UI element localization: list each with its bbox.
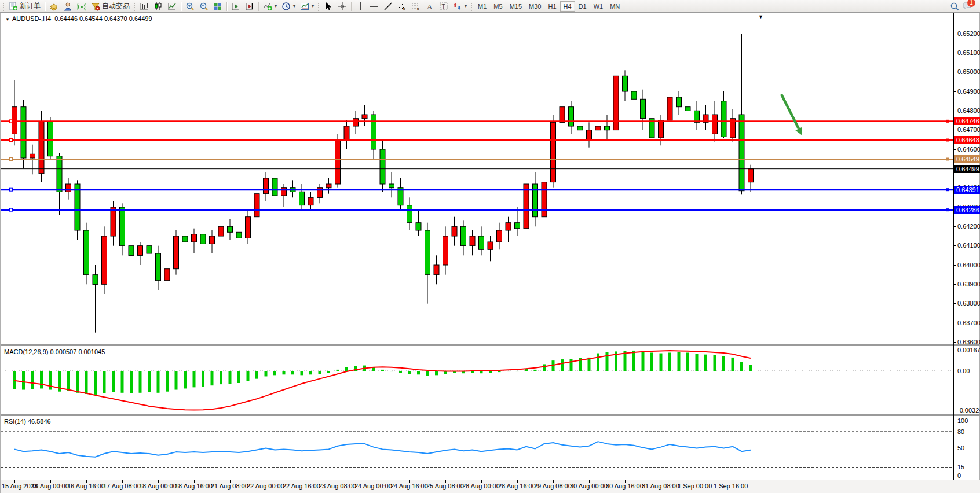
candle-body bbox=[461, 226, 466, 245]
candle-body bbox=[659, 120, 664, 138]
candle-body bbox=[75, 184, 80, 230]
macd-histogram-bar bbox=[588, 358, 591, 371]
navigator-button[interactable] bbox=[61, 1, 75, 12]
timeframe-d1-button[interactable]: D1 bbox=[575, 1, 590, 12]
indicators-button[interactable]: ▾ bbox=[261, 1, 279, 12]
time-axis[interactable]: 15 Aug 202316 Aug 00:0016 Aug 16:0017 Au… bbox=[1, 480, 980, 493]
timeframe-h4-button[interactable]: H4 bbox=[560, 1, 575, 12]
notifications-button[interactable]: 1 bbox=[963, 1, 973, 12]
text-label-icon: T bbox=[439, 2, 448, 11]
macd-histogram-bar bbox=[686, 353, 689, 371]
vertical-line-button[interactable] bbox=[353, 1, 367, 12]
new-order-button[interactable]: 新订单 bbox=[6, 1, 43, 12]
horizontal-line-button[interactable] bbox=[367, 1, 381, 12]
cursor-button[interactable] bbox=[321, 1, 335, 12]
fibonacci-button[interactable]: F bbox=[409, 1, 423, 12]
timeframe-m5-button[interactable]: M5 bbox=[490, 1, 506, 12]
timeframe-mn-button[interactable]: MN bbox=[606, 1, 623, 12]
text-button[interactable]: A bbox=[423, 1, 437, 12]
toolbar-drag-handle[interactable] bbox=[133, 2, 136, 11]
new-order-label: 新订单 bbox=[20, 1, 41, 11]
market-watch-icon bbox=[49, 2, 58, 11]
price-axis-tick-label: 0.65200 bbox=[957, 30, 980, 38]
macd-histogram-bar bbox=[606, 352, 609, 371]
search-icon[interactable] bbox=[950, 2, 959, 11]
candlestick-chart-button[interactable] bbox=[151, 1, 165, 12]
candle-body bbox=[613, 76, 619, 130]
chart-window[interactable]: ▼AUDUSD-,H4 0.64446 0.64544 0.64370 0.64… bbox=[0, 13, 980, 493]
notification-badge: 1 bbox=[967, 0, 975, 7]
main-chart-pane[interactable] bbox=[1, 13, 954, 344]
price-axis-tick bbox=[953, 53, 956, 53]
arrows-button[interactable]: ▾ bbox=[451, 1, 469, 12]
macd-histogram-bar bbox=[749, 365, 752, 371]
bar-chart-button[interactable] bbox=[137, 1, 151, 12]
macd-histogram-bar bbox=[327, 371, 330, 373]
macd-histogram-bar bbox=[516, 371, 519, 371]
auto-trading-button[interactable]: 自动交易 bbox=[89, 1, 132, 12]
candle-body bbox=[694, 111, 700, 122]
auto-scroll-button[interactable] bbox=[229, 1, 243, 12]
candle-body bbox=[299, 192, 305, 205]
price-level-badge: 0.64746 bbox=[954, 117, 980, 125]
macd-axis-label: 0.00 bbox=[957, 367, 980, 375]
candle-body bbox=[192, 234, 197, 242]
timeframe-w1-button[interactable]: W1 bbox=[590, 1, 607, 12]
crosshair-button[interactable] bbox=[335, 1, 349, 12]
candle-body bbox=[748, 169, 754, 182]
trendline-button[interactable] bbox=[381, 1, 395, 12]
toolbar-separator bbox=[45, 2, 45, 11]
signal-button[interactable] bbox=[75, 1, 89, 12]
candle-body bbox=[631, 91, 637, 99]
chart-shift-button[interactable] bbox=[243, 1, 257, 12]
timeframe-m15-button[interactable]: M15 bbox=[506, 1, 525, 12]
tile-windows-button[interactable] bbox=[211, 1, 225, 12]
candle-body bbox=[721, 101, 726, 137]
toolbar-drag-handle[interactable] bbox=[2, 2, 5, 11]
channel-button[interactable]: E bbox=[395, 1, 409, 12]
arrows-icon bbox=[453, 2, 462, 11]
price-level-badge: 0.64286 bbox=[954, 206, 980, 214]
market-watch-button[interactable] bbox=[47, 1, 61, 12]
text-label-button[interactable]: T bbox=[437, 1, 451, 12]
macd-histogram-bar bbox=[561, 359, 564, 371]
zoom-out-button[interactable] bbox=[197, 1, 211, 12]
candle-body bbox=[236, 232, 242, 238]
chart-title-collapse-icon[interactable]: ▼ bbox=[5, 17, 10, 22]
timeframe-m30-button[interactable]: M30 bbox=[525, 1, 544, 12]
macd-pane[interactable] bbox=[1, 346, 954, 414]
macd-histogram-bar bbox=[714, 355, 716, 371]
time-axis-label: 23 Aug 08:00 bbox=[319, 483, 356, 490]
horizontal-line-icon bbox=[370, 2, 379, 11]
timeframe-m1-button[interactable]: M1 bbox=[474, 1, 490, 12]
macd-axis-label: 0.001673 bbox=[957, 347, 980, 354]
macd-histogram-bar bbox=[417, 371, 420, 374]
toolbar-separator bbox=[258, 2, 259, 11]
price-axis-tick bbox=[953, 284, 956, 285]
toolbar-drag-handle[interactable] bbox=[317, 2, 320, 11]
zoom-in-button[interactable] bbox=[183, 1, 197, 12]
signal-icon bbox=[77, 2, 86, 11]
macd-histogram-bar bbox=[426, 371, 429, 376]
macd-histogram-bar bbox=[13, 371, 16, 389]
periods-button[interactable]: ▾ bbox=[279, 1, 298, 12]
macd-histogram-bar bbox=[399, 371, 402, 373]
macd-histogram-bar bbox=[597, 354, 599, 371]
candle-body bbox=[685, 107, 690, 111]
line-chart-button[interactable] bbox=[165, 1, 179, 12]
time-axis-label: 31 Aug 08:00 bbox=[642, 483, 679, 490]
candle-body bbox=[254, 194, 259, 217]
candle-body bbox=[48, 122, 53, 156]
candle-body bbox=[308, 197, 313, 205]
rsi-pane[interactable] bbox=[1, 416, 954, 480]
indicators-icon bbox=[263, 2, 272, 11]
chart-shift-marker[interactable]: ▼ bbox=[758, 14, 763, 20]
time-axis-label: 29 Aug 08:00 bbox=[534, 483, 572, 490]
macd-axis-label: -0.003249 bbox=[957, 407, 980, 414]
auto-trading-icon bbox=[91, 2, 100, 11]
candle-body bbox=[407, 205, 412, 223]
timeframe-h1-button[interactable]: H1 bbox=[544, 1, 560, 12]
templates-button[interactable]: ▾ bbox=[298, 1, 316, 12]
toolbar-drag-handle[interactable] bbox=[470, 2, 473, 11]
candle-body bbox=[398, 188, 403, 205]
